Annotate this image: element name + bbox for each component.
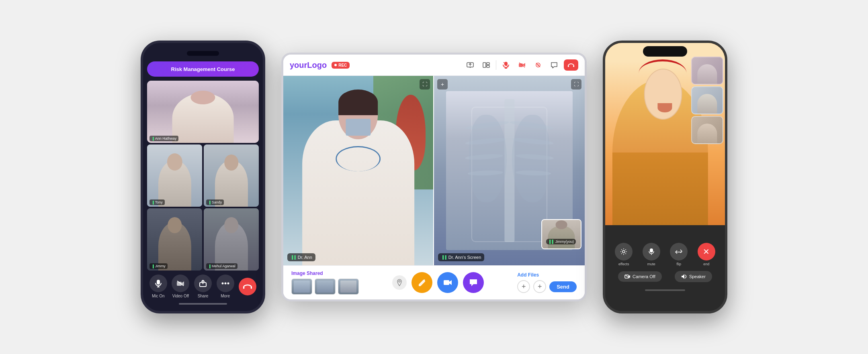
svg-rect-30 bbox=[444, 280, 449, 285]
dr-ann-label: Dr. Ann bbox=[298, 255, 312, 260]
video-off-button[interactable]: Video Off bbox=[172, 275, 189, 298]
course-title: Risk Management Course bbox=[171, 66, 235, 72]
thumb-3[interactable] bbox=[338, 279, 359, 295]
share-icon bbox=[194, 275, 212, 292]
svg-rect-23 bbox=[519, 63, 523, 67]
rec-badge: REC bbox=[332, 62, 350, 69]
end-call-right-button[interactable]: ✕ end bbox=[698, 243, 715, 266]
tony-label: Tony bbox=[149, 199, 165, 205]
mic-muted-icon[interactable] bbox=[500, 59, 512, 71]
jimmy-label: Jimmy bbox=[149, 263, 168, 269]
share-button[interactable]: Share bbox=[194, 275, 212, 298]
mute-button[interactable]: mute bbox=[643, 243, 660, 266]
end-call-icon bbox=[239, 278, 256, 295]
thumb-1[interactable] bbox=[291, 279, 312, 295]
sidebar-vid-1 bbox=[691, 57, 723, 85]
end-call-button[interactable] bbox=[564, 59, 578, 71]
main-video-ann: Ann Hathway bbox=[147, 81, 259, 143]
svg-rect-32 bbox=[650, 248, 653, 252]
speaker-button[interactable]: Speaker bbox=[675, 271, 712, 282]
middle-video-row: Tony Sandy bbox=[147, 144, 259, 207]
svg-rect-15 bbox=[483, 63, 486, 67]
phone-notch bbox=[187, 51, 219, 56]
bottom-controls-row: Camera Off Speaker bbox=[612, 271, 719, 282]
expand-button-right[interactable]: ⛶ bbox=[571, 79, 581, 90]
zoom-in-button[interactable]: + bbox=[437, 79, 448, 90]
pip-video-jimmy: ▐▐ Jimmy(you) bbox=[541, 219, 581, 249]
expand-button-left[interactable]: ⛶ bbox=[420, 79, 430, 90]
flip-label: flip bbox=[676, 262, 681, 266]
svg-rect-0 bbox=[157, 280, 160, 285]
rec-label: REC bbox=[338, 63, 347, 67]
screen-label: Dr. Ann's Screen bbox=[448, 255, 481, 260]
add-image-button[interactable]: + bbox=[517, 280, 530, 293]
dr-ann-name-tag: ▐▐ Dr. Ann bbox=[287, 253, 315, 261]
tablet-video-area: ▐▐ Dr. Ann ⛶ bbox=[283, 76, 585, 265]
mic-icon bbox=[149, 275, 167, 292]
svg-point-31 bbox=[622, 250, 625, 253]
home-bar bbox=[179, 303, 227, 305]
ann-label: Ann Hathway bbox=[149, 136, 178, 141]
mute-icon bbox=[643, 243, 660, 260]
right-phone-notch bbox=[643, 46, 687, 57]
send-button[interactable]: Send bbox=[549, 281, 577, 292]
camera-off-icon[interactable] bbox=[532, 59, 545, 71]
svg-point-8 bbox=[227, 283, 229, 285]
video-muted-icon[interactable] bbox=[516, 59, 528, 71]
effects-button[interactable]: effects bbox=[615, 243, 633, 266]
flip-icon bbox=[670, 243, 688, 260]
svg-rect-4 bbox=[177, 282, 182, 286]
add-files-section: Add Files + + Send bbox=[517, 272, 577, 293]
mute-label: mute bbox=[647, 262, 655, 266]
rec-dot bbox=[334, 64, 337, 66]
header-icons bbox=[464, 59, 578, 71]
mic-button[interactable]: Mic On bbox=[149, 275, 167, 298]
tablet-bottom-bar: Image Shared bbox=[283, 265, 585, 299]
xray-video-panel: ▐▐ Dr. Ann's Screen ⛶ + ▐▐ Jimmy(you) bbox=[434, 76, 585, 265]
end-call-right-icon: ✕ bbox=[698, 243, 715, 260]
chat-icon[interactable] bbox=[548, 59, 561, 71]
effects-icon bbox=[615, 243, 633, 260]
jimmy-pip-label: ▐▐ Jimmy(you) bbox=[546, 239, 576, 244]
svg-point-28 bbox=[573, 65, 574, 67]
camera-off-button[interactable]: Camera Off bbox=[618, 271, 662, 282]
svg-point-29 bbox=[399, 281, 400, 282]
end-label: end bbox=[703, 262, 709, 266]
svg-point-10 bbox=[251, 287, 252, 289]
doctor-video-panel: ▐▐ Dr. Ann ⛶ bbox=[283, 76, 434, 265]
sandy-label: Sandy bbox=[206, 199, 224, 205]
images-shared-label: Image Shared bbox=[291, 271, 359, 276]
svg-rect-16 bbox=[487, 63, 489, 65]
end-call-button[interactable] bbox=[239, 278, 256, 295]
pencil-button[interactable] bbox=[411, 272, 432, 293]
sandy-video: Sandy bbox=[204, 144, 259, 207]
right-controls: effects mute bbox=[605, 225, 725, 311]
right-main-video bbox=[605, 43, 725, 225]
more-button[interactable]: More bbox=[217, 275, 234, 298]
fab-buttons bbox=[392, 272, 484, 293]
pin-button[interactable] bbox=[392, 275, 407, 290]
image-shared-section: Image Shared bbox=[291, 271, 359, 295]
thumb-2[interactable] bbox=[315, 279, 336, 295]
svg-point-27 bbox=[568, 65, 569, 67]
bottom-video-row: Jimmy Mehul Agarwal bbox=[147, 208, 259, 271]
flip-button[interactable]: flip bbox=[670, 243, 688, 266]
main-person-video bbox=[605, 43, 725, 225]
mehul-video: Mehul Agarwal bbox=[204, 208, 259, 271]
ann-mic-indicator: ▐▐ bbox=[291, 255, 296, 259]
add-files-label: Add Files bbox=[517, 272, 577, 278]
svg-rect-17 bbox=[487, 65, 489, 67]
screen-share-icon[interactable] bbox=[464, 59, 477, 71]
chat-fab-button[interactable] bbox=[463, 272, 484, 293]
speaker-label: Speaker bbox=[689, 274, 706, 279]
more-label: More bbox=[221, 294, 230, 298]
add-file-button[interactable]: + bbox=[533, 280, 546, 293]
more-icon bbox=[217, 275, 234, 292]
video-button[interactable] bbox=[437, 272, 458, 293]
screen-mic-indicator: ▐▐ bbox=[441, 255, 446, 259]
layout-icon[interactable] bbox=[480, 59, 493, 71]
left-phone: Risk Management Course Ann Hathway Tony bbox=[141, 41, 265, 313]
add-files-row: + + Send bbox=[517, 280, 577, 293]
top-controls-row: effects mute bbox=[612, 243, 719, 266]
right-phone: effects mute bbox=[603, 41, 727, 313]
